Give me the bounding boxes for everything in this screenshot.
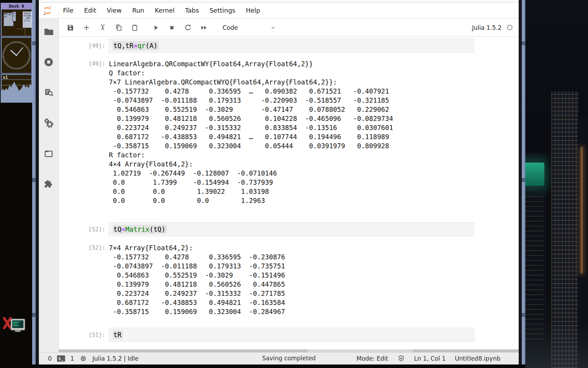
desktop-pager[interactable]: Desk 0 MPlayer Zo JupyterLab - Mozilla xyxy=(1,3,32,37)
running-sessions-icon[interactable] xyxy=(43,57,54,67)
window-border-left[interactable] xyxy=(32,0,36,364)
analog-clock-widget xyxy=(1,37,32,74)
menu-run[interactable]: Run xyxy=(127,7,150,14)
filename-label: Untitled8.ipynb xyxy=(455,355,500,362)
terminal-icon[interactable]: $_ xyxy=(57,355,65,362)
pager-window-zoom[interactable]: Zo xyxy=(12,12,16,21)
paste-cells-button[interactable] xyxy=(130,23,139,32)
code-cell: [51]: tR xyxy=(59,328,519,342)
code-token-operator: = xyxy=(121,225,125,233)
open-tabs-icon[interactable] xyxy=(43,148,54,159)
menu-settings[interactable]: Settings xyxy=(204,7,241,14)
menu-kernel[interactable]: Kernel xyxy=(149,7,180,14)
window-border-right[interactable] xyxy=(522,0,525,364)
add-cell-button[interactable] xyxy=(82,23,91,32)
city-building-windows xyxy=(525,192,544,339)
menu-edit[interactable]: Edit xyxy=(79,7,102,14)
chevron-down-icon xyxy=(270,25,276,30)
scrollbar-thumb[interactable] xyxy=(307,349,413,352)
cell-output-text: LinearAlgebra.QRCompactWY{Float64,Array{… xyxy=(109,59,393,205)
run-cell-button[interactable] xyxy=(151,23,160,32)
cursor-position-label[interactable]: Ln 1, Col 1 xyxy=(414,355,446,362)
code-cell: [49]: tQ,tR=qr(A) xyxy=(59,39,519,53)
code-token: tR xyxy=(113,331,121,339)
border-notch xyxy=(522,41,525,45)
restart-kernel-button[interactable] xyxy=(183,23,192,32)
code-token: tQ,tR xyxy=(113,42,133,49)
terminals-count: 0 xyxy=(48,355,52,362)
kernel-name-label[interactable]: Julia 1.5.2 xyxy=(472,24,502,31)
cell-output-prompt: [49]: xyxy=(59,59,109,205)
menu-file[interactable]: File xyxy=(58,7,79,14)
code-token: (tQ) xyxy=(149,225,166,233)
border-notch xyxy=(32,313,36,317)
cell-type-dropdown[interactable]: Code xyxy=(223,24,276,31)
system-load-widget: v1 xyxy=(1,74,32,103)
xterm-icon[interactable] xyxy=(1,314,29,337)
code-token-operator: = xyxy=(133,42,137,49)
cell-input-prompt: [52]: xyxy=(59,222,109,237)
kernel-status-idle-icon[interactable] xyxy=(506,24,513,31)
city-crown-glow xyxy=(525,163,544,186)
pager-body[interactable]: MPlayer Zo JupyterLab - Mozilla xyxy=(1,9,31,32)
menu-tabs[interactable]: Tabs xyxy=(180,7,204,14)
kernels-count: 1 xyxy=(70,355,74,362)
kernel-chip-icon[interactable] xyxy=(79,355,87,362)
cut-cells-button[interactable]: ✂ xyxy=(98,23,107,32)
jupyterlab-window: File Edit View Run Kernel Tabs Settings … xyxy=(39,0,519,364)
horizontal-scrollbar[interactable] xyxy=(59,349,519,352)
status-bar: 0 $_ 1 Julia 1.5.2 | Idle Saving complet… xyxy=(39,352,519,364)
border-notch xyxy=(522,178,525,182)
run-all-button[interactable] xyxy=(200,23,209,32)
xterm-monitor-icon xyxy=(1,314,29,337)
load-monitor-label: v1 xyxy=(3,75,8,80)
save-status-label: Saving completed xyxy=(262,353,316,364)
menu-help[interactable]: Help xyxy=(240,7,265,14)
cell-output-prompt: [52]: xyxy=(59,243,109,316)
copy-icon xyxy=(115,24,122,32)
cell-output-text: 7×4 Array{Float64,2}: -0.157732 0.4278 0… xyxy=(109,243,285,316)
border-notch xyxy=(32,41,36,45)
notebook-panel: [49]: tQ,tR=qr(A) [49]: LinearAlgebra.QR… xyxy=(59,37,519,349)
plus-icon xyxy=(83,24,90,32)
code-cell: [52]: tQ=Matrix(tQ) xyxy=(59,222,519,237)
extension-manager-puzzle-icon[interactable] xyxy=(43,179,54,189)
property-inspector-gears-icon[interactable] xyxy=(43,118,54,128)
code-line: tQ,tR=qr(A) xyxy=(113,41,159,50)
pager-desk-divider xyxy=(17,29,25,38)
desktop-left-column: Desk 0 MPlayer Zo JupyterLab - Mozilla v… xyxy=(0,0,36,368)
cell-type-value: Code xyxy=(223,24,238,31)
window-edge-shadow-right xyxy=(519,0,522,364)
pager-window-jupyterlab[interactable]: JupyterLab - Mozilla xyxy=(23,12,32,28)
cell-output: [49]: LinearAlgebra.QRCompactWY{Float64,… xyxy=(59,59,519,205)
stop-icon xyxy=(168,24,176,32)
restart-icon xyxy=(184,24,192,32)
cell-input-prompt: [49]: xyxy=(59,39,109,53)
trust-shield-x-icon[interactable] xyxy=(397,355,405,362)
interrupt-kernel-button[interactable] xyxy=(167,23,176,32)
city-haze xyxy=(525,322,588,368)
menu-bar: File Edit View Run Kernel Tabs Settings … xyxy=(39,2,519,19)
cell-code-editor[interactable]: tR xyxy=(109,328,474,342)
menu-view[interactable]: View xyxy=(102,7,127,14)
kernel-status-label[interactable]: Julia 1.5.2 | Idle xyxy=(92,355,139,362)
command-palette-icon[interactable] xyxy=(43,87,54,98)
code-token: (A) xyxy=(146,42,158,49)
pager-title: Desk 0 xyxy=(1,4,31,9)
cell-output: [52]: 7×4 Array{Float64,2}: -0.157732 0.… xyxy=(59,243,519,316)
window-edge-shadow-left xyxy=(36,0,39,364)
file-browser-icon[interactable] xyxy=(43,26,54,37)
cell-code-editor[interactable]: tQ=Matrix(tQ) xyxy=(109,222,474,236)
notebook-mode-label[interactable]: Mode: Edit xyxy=(357,355,388,362)
clock-face-icon xyxy=(1,38,31,73)
code-line: tR xyxy=(113,330,123,339)
border-notch xyxy=(32,178,36,182)
save-button[interactable] xyxy=(66,23,75,32)
code-token-function: qr xyxy=(138,42,146,49)
run-icon xyxy=(152,24,160,32)
cell-input-prompt: [51]: xyxy=(59,328,109,342)
cell-code-editor[interactable]: tQ,tR=qr(A) xyxy=(109,39,474,53)
scissors-icon: ✂ xyxy=(99,24,107,31)
browser-top-edge xyxy=(39,0,519,2)
copy-cells-button[interactable] xyxy=(114,23,123,32)
